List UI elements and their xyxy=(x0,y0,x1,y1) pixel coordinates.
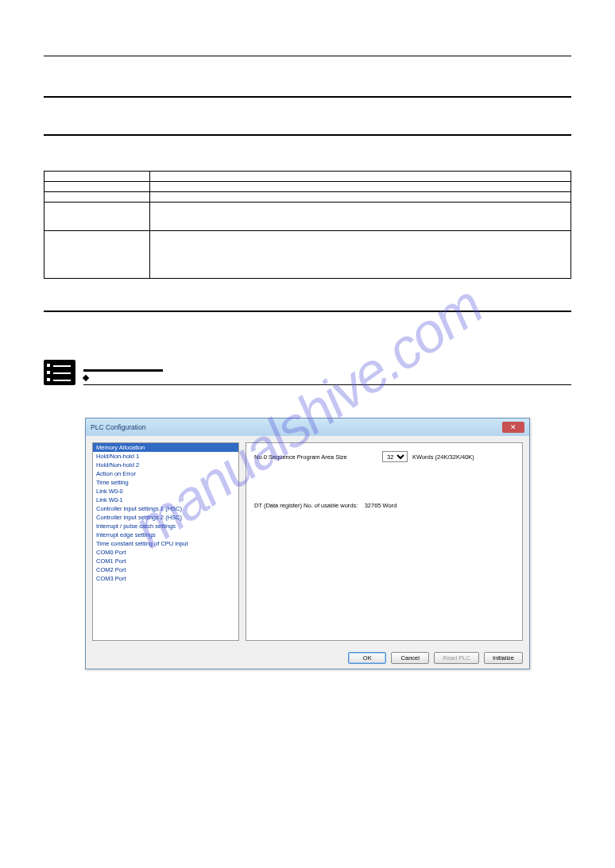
top-rule xyxy=(44,56,571,56)
procedure-block xyxy=(44,360,571,385)
procedure-desc xyxy=(44,401,571,410)
list-item[interactable]: Interrupt edge settings xyxy=(93,530,238,539)
list-item[interactable]: Memory Allocation xyxy=(93,443,238,452)
list-item[interactable]: COM2 Port xyxy=(93,565,238,574)
no0-label: No.0 Sequence Program Area Size xyxy=(254,453,377,461)
table-cell xyxy=(44,172,150,182)
cancel-button[interactable]: Cancel xyxy=(391,652,429,664)
table-cell xyxy=(44,182,150,192)
table-cell xyxy=(149,182,571,192)
table-row xyxy=(44,203,571,231)
section-divider xyxy=(44,311,571,312)
procedure-subtitle xyxy=(83,375,571,385)
list-item[interactable]: Time constant setting of CPU input xyxy=(93,539,238,548)
procedure-list-icon xyxy=(44,360,75,385)
list-item[interactable]: Link W0-1 xyxy=(93,496,238,504)
ok-button[interactable]: OK xyxy=(348,652,386,664)
dialog-button-row: OK Cancel Read PLC Initialize xyxy=(86,647,529,669)
body-text-1 xyxy=(44,148,571,159)
list-item[interactable]: Link W0-0 xyxy=(93,487,238,496)
read-plc-button[interactable]: Read PLC xyxy=(434,652,479,664)
table-cell xyxy=(149,203,571,231)
list-item[interactable]: Hold/Non-hold 2 xyxy=(93,461,238,469)
dt-value: 32765 Word xyxy=(365,502,397,509)
procedure-title xyxy=(83,360,163,372)
list-item[interactable]: Controller input settings 1 (HSC) xyxy=(93,504,238,513)
list-item[interactable]: COM3 Port xyxy=(93,574,238,583)
plc-configuration-dialog: PLC Configuration ✕ Memory Allocation Ho… xyxy=(85,418,530,669)
list-item[interactable]: Action on Error xyxy=(93,469,238,478)
category-list[interactable]: Memory Allocation Hold/Non-hold 1 Hold/N… xyxy=(92,442,239,641)
list-item[interactable]: Time setting xyxy=(93,478,238,487)
dt-label: DT (Data register) No. of usable words: xyxy=(254,502,358,509)
list-item[interactable]: Interrupt / pulse catch settings xyxy=(93,522,238,530)
table-row xyxy=(44,231,571,279)
list-item[interactable]: Hold/Non-hold 1 xyxy=(93,452,238,461)
dt-row: DT (Data register) No. of usable words: … xyxy=(254,502,514,509)
table-cell xyxy=(149,172,571,182)
table-cell xyxy=(149,231,571,279)
list-item[interactable]: COM0 Port xyxy=(93,548,238,557)
table-cell xyxy=(149,192,571,203)
settings-panel: No.0 Sequence Program Area Size 32 KWord… xyxy=(246,442,523,641)
table-cell xyxy=(44,192,150,203)
table-row xyxy=(44,182,571,192)
spec-table xyxy=(44,171,571,279)
program-area-size-select[interactable]: 32 xyxy=(382,451,408,462)
list-item[interactable]: Controller input settings 2 (HSC) xyxy=(93,513,238,522)
table-row xyxy=(44,172,571,182)
dialog-titlebar: PLC Configuration ✕ xyxy=(86,419,529,436)
list-item[interactable]: COM1 Port xyxy=(93,557,238,565)
table-cell xyxy=(44,231,150,279)
table-row xyxy=(44,192,571,203)
unit-label: KWords (24K/32K/40K) xyxy=(412,453,474,461)
section-header xyxy=(44,96,571,136)
initialize-button[interactable]: Initialize xyxy=(484,652,523,664)
table-cell xyxy=(44,203,150,231)
dialog-title: PLC Configuration xyxy=(91,423,145,431)
close-button[interactable]: ✕ xyxy=(502,422,524,433)
